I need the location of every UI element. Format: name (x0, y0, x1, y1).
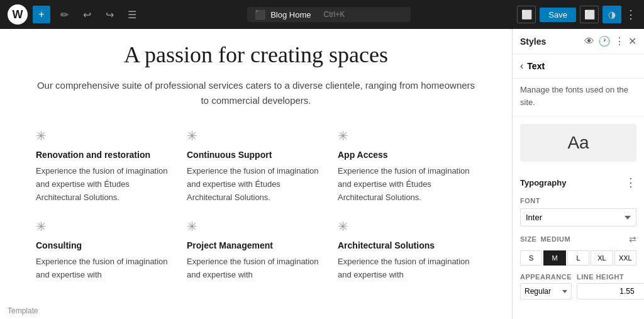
feature-desc-5: Experience the fusion of imagination and… (338, 255, 476, 282)
feature-desc-1: Experience the fusion of imagination and… (187, 165, 325, 204)
font-preview: Aa (520, 124, 636, 162)
eye-icon[interactable]: 👁 (584, 36, 594, 47)
bottom-row: APPEARANCE Regular Bold Italic LINE HEIG… (520, 273, 636, 299)
url-bar-shortcut: Ctrl+K (323, 10, 345, 19)
appearance-field: APPEARANCE Regular Bold Italic (520, 273, 572, 299)
feature-desc-3: Experience the fusion of imagination and… (36, 255, 174, 282)
font-label: FONT (520, 197, 636, 204)
feature-title-1[interactable]: Continuous Support (187, 150, 325, 160)
history-icon[interactable]: 🕐 (598, 35, 611, 47)
feature-item: ✳ Consulting Experience the fusion of im… (36, 219, 174, 282)
feature-title-2[interactable]: App Access (338, 150, 476, 160)
line-height-label: LINE HEIGHT (577, 273, 644, 281)
features-grid: ✳ Renovation and restoration Experience … (36, 128, 476, 282)
feature-title-0[interactable]: Renovation and restoration (36, 150, 174, 160)
feature-item: ✳ App Access Experience the fusion of im… (338, 128, 476, 204)
preview-button[interactable]: ⬜ (517, 6, 536, 23)
panel-more-icon[interactable]: ⋮ (614, 35, 625, 47)
size-btn-s[interactable]: S (520, 250, 542, 266)
page-subtitle[interactable]: Our comprehensive suite of professional … (36, 78, 476, 108)
size-btn-l[interactable]: L (567, 250, 589, 266)
feature-title-4[interactable]: Project Management (187, 240, 325, 250)
styles-toggle-button[interactable]: ◑ (602, 6, 621, 23)
panel-back-section: ‹ Text (513, 54, 644, 79)
feature-item: ✳ Project Management Experience the fusi… (187, 219, 325, 282)
url-bar-text: Blog Home (270, 10, 311, 20)
url-bar[interactable]: ⬛ Blog Home Ctrl+K (247, 7, 411, 22)
size-options: SMLXLXXL (520, 250, 636, 266)
sidebar-toggle-button[interactable]: ⬜ (580, 6, 599, 23)
appearance-label: APPEARANCE (520, 273, 572, 281)
more-options-button[interactable]: ⋮ (625, 8, 636, 21)
size-btn-xl[interactable]: XL (591, 250, 613, 266)
feature-icon-3: ✳ (36, 219, 174, 234)
panel-header-icons: 👁 🕐 ⋮ ✕ (584, 35, 636, 47)
size-btn-xxl[interactable]: XXL (614, 250, 636, 266)
feature-icon-0: ✳ (36, 128, 174, 143)
panel-header: Styles 👁 🕐 ⋮ ✕ (513, 29, 644, 54)
save-button[interactable]: Save (540, 8, 576, 22)
font-select[interactable]: Inter Roboto Open Sans (520, 208, 636, 227)
styles-panel: Styles 👁 🕐 ⋮ ✕ ‹ Text Manage the fonts u… (512, 29, 644, 319)
page-title[interactable]: A passion for creating spaces (36, 42, 476, 68)
template-label: Template (8, 306, 38, 315)
feature-item: ✳ Architectural Solutions Experience the… (338, 219, 476, 282)
feature-desc-2: Experience the fusion of imagination and… (338, 165, 476, 204)
undo-button[interactable]: ↩ (78, 6, 96, 23)
list-view-button[interactable]: ☰ (123, 6, 141, 23)
line-height-control: + − (577, 283, 644, 299)
size-value: MEDIUM (540, 235, 570, 243)
typography-label: Typography (520, 178, 566, 187)
size-row: SIZE MEDIUM ⇄ (520, 234, 636, 244)
editor-area: A passion for creating spaces Our compre… (0, 29, 512, 319)
appearance-select[interactable]: Regular Bold Italic (520, 283, 572, 299)
typography-section: Typography ⋮ FONT Inter Roboto Open Sans… (513, 169, 644, 306)
feature-title-3[interactable]: Consulting (36, 240, 174, 250)
feature-desc-4: Experience the fusion of imagination and… (187, 255, 325, 282)
size-label: SIZE (520, 235, 536, 243)
feature-icon-2: ✳ (338, 128, 476, 143)
line-height-field: LINE HEIGHT + − (577, 273, 644, 299)
topbar: W + ✏ ↩ ↪ ☰ ⬛ Blog Home Ctrl+K ⬜ Save ⬜ … (0, 0, 644, 29)
redo-button[interactable]: ↪ (101, 6, 118, 23)
add-block-button[interactable]: + (33, 6, 50, 23)
feature-icon-4: ✳ (187, 219, 325, 234)
feature-desc-0: Experience the fusion of imagination and… (36, 165, 174, 204)
feature-item: ✳ Renovation and restoration Experience … (36, 128, 174, 204)
editor-content: A passion for creating spaces Our compre… (36, 42, 476, 282)
typography-more-button[interactable]: ⋮ (625, 176, 636, 189)
template-icon: ⬛ (255, 9, 265, 20)
typography-header: Typography ⋮ (520, 176, 636, 189)
topbar-center: ⬛ Blog Home Ctrl+K (146, 7, 512, 22)
feature-title-5[interactable]: Architectural Solutions (338, 240, 476, 250)
reset-size-icon[interactable]: ⇄ (629, 234, 636, 244)
panel-title: Styles (520, 36, 546, 47)
feature-icon-5: ✳ (338, 219, 476, 234)
back-button[interactable]: ‹ (520, 60, 523, 72)
main-layout: A passion for creating spaces Our compre… (0, 29, 644, 319)
close-panel-button[interactable]: ✕ (628, 35, 636, 47)
text-section-title: Text (527, 61, 545, 71)
wp-logo[interactable]: W (8, 4, 28, 25)
tools-button[interactable]: ✏ (55, 6, 73, 23)
panel-description: Manage the fonts used on the site. (513, 79, 644, 116)
line-height-input[interactable] (577, 284, 644, 299)
feature-item: ✳ Continuous Support Experience the fusi… (187, 128, 325, 204)
size-btn-m[interactable]: M (543, 250, 565, 266)
feature-icon-1: ✳ (187, 128, 325, 143)
topbar-right: ⬜ Save ⬜ ◑ ⋮ (517, 6, 636, 23)
